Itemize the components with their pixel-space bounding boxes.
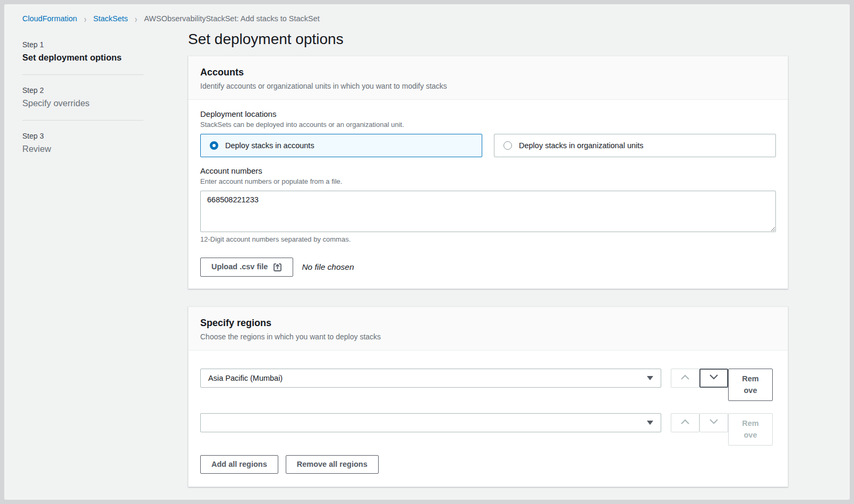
region-select-value: Asia Pacific (Mumbai) xyxy=(208,374,283,382)
radio-option-label: Deploy stacks in accounts xyxy=(225,141,314,150)
select-caret-icon xyxy=(647,376,653,380)
regions-card-header: Specify regions Choose the regions in wh… xyxy=(189,307,788,351)
regions-card-body: Asia Pacific (Mumbai) xyxy=(189,351,788,486)
step-title: Review xyxy=(22,144,143,154)
wizard-step-3[interactable]: Step 3 Review xyxy=(22,132,143,154)
accounts-card-description: Identify accounts or organizational unit… xyxy=(200,82,776,90)
remove-all-regions-button[interactable]: Remove all regions xyxy=(286,455,379,474)
region-row: Asia Pacific (Mumbai) xyxy=(200,369,776,401)
region-row: Remove xyxy=(200,413,776,446)
region-select-empty[interactable] xyxy=(200,413,661,432)
step-divider xyxy=(22,74,143,75)
deployment-locations-radio-group: Deploy stacks in accounts Deploy stacks … xyxy=(200,134,776,157)
cloudformation-page: CloudFormation › StackSets › AWSObservab… xyxy=(4,4,850,500)
chevron-down-icon xyxy=(708,373,719,382)
deployment-locations-description: StackSets can be deployed into accounts … xyxy=(200,121,776,129)
upload-csv-button[interactable]: Upload .csv file xyxy=(200,258,293,276)
content-layout: Step 1 Set deployment options Step 2 Spe… xyxy=(4,23,850,487)
screenshot-frame: CloudFormation › StackSets › AWSObservab… xyxy=(0,0,854,504)
regions-card: Specify regions Choose the regions in wh… xyxy=(188,306,788,487)
step-number-label: Step 2 xyxy=(22,86,143,95)
radio-deploy-stacks-in-accounts[interactable]: Deploy stacks in accounts xyxy=(200,134,482,157)
radio-option-label: Deploy stacks in organizational units xyxy=(519,141,644,150)
step-number-label: Step 3 xyxy=(22,132,143,140)
select-caret-icon xyxy=(647,421,653,425)
wizard-steps-nav: Step 1 Set deployment options Step 2 Spe… xyxy=(22,23,143,154)
move-region-up-button[interactable] xyxy=(671,413,699,432)
accounts-card-title: Accounts xyxy=(200,67,776,78)
chevron-down-icon xyxy=(708,418,719,427)
breadcrumb-link-cloudformation[interactable]: CloudFormation xyxy=(22,14,77,23)
radio-unselected-icon xyxy=(503,141,512,150)
chevron-up-icon xyxy=(680,373,690,382)
account-numbers-helper-text: 12-Digit account numbers separated by co… xyxy=(200,235,776,243)
region-select[interactable]: Asia Pacific (Mumbai) xyxy=(200,369,661,388)
accounts-card-body: Deployment locations StackSets can be de… xyxy=(189,100,788,288)
breadcrumb-separator-icon: › xyxy=(135,13,137,24)
regions-card-description: Choose the regions in which you want to … xyxy=(200,332,776,341)
deployment-locations-label: Deployment locations xyxy=(200,109,776,118)
page-title: Set deployment options xyxy=(188,30,788,49)
step-title: Set deployment options xyxy=(22,53,143,63)
upload-status-text: No file chosen xyxy=(302,262,354,272)
step-number-label: Step 1 xyxy=(22,40,143,49)
move-region-down-button[interactable] xyxy=(699,369,728,388)
radio-selected-icon xyxy=(210,141,218,150)
remove-region-button[interactable]: Remove xyxy=(728,413,773,446)
step-title: Specify overrides xyxy=(22,98,143,108)
region-bulk-buttons: Add all regions Remove all regions xyxy=(200,455,776,474)
regions-card-title: Specify regions xyxy=(200,318,776,329)
wizard-step-2[interactable]: Step 2 Specify overrides xyxy=(22,86,143,108)
upload-csv-button-label: Upload .csv file xyxy=(211,262,268,271)
move-region-up-button[interactable] xyxy=(671,369,699,388)
chevron-up-icon xyxy=(680,418,690,427)
upload-icon xyxy=(273,263,282,272)
breadcrumb-link-stacksets[interactable]: StackSets xyxy=(93,14,128,23)
move-region-down-button[interactable] xyxy=(699,413,728,432)
account-numbers-textarea[interactable]: 668508221233 xyxy=(200,191,776,232)
wizard-step-1[interactable]: Step 1 Set deployment options xyxy=(22,40,143,63)
upload-row: Upload .csv file No file chosen xyxy=(200,258,776,276)
remove-region-button[interactable]: Remove xyxy=(728,369,773,401)
accounts-card: Accounts Identify accounts or organizati… xyxy=(188,56,788,288)
main-panel: Set deployment options Accounts Identify… xyxy=(188,23,788,487)
add-all-regions-button[interactable]: Add all regions xyxy=(200,455,278,474)
breadcrumb-separator-icon: › xyxy=(84,13,86,24)
step-divider xyxy=(22,120,143,121)
radio-deploy-stacks-in-organizational-units[interactable]: Deploy stacks in organizational units xyxy=(494,134,776,157)
account-numbers-label: Account numbers xyxy=(200,166,776,175)
breadcrumb-current-page: AWSObservabilityStackSet: Add stacks to … xyxy=(144,14,320,23)
accounts-card-header: Accounts Identify accounts or organizati… xyxy=(189,56,788,100)
breadcrumb: CloudFormation › StackSets › AWSObservab… xyxy=(4,4,850,23)
account-numbers-description: Enter account numbers or populate from a… xyxy=(200,177,776,185)
